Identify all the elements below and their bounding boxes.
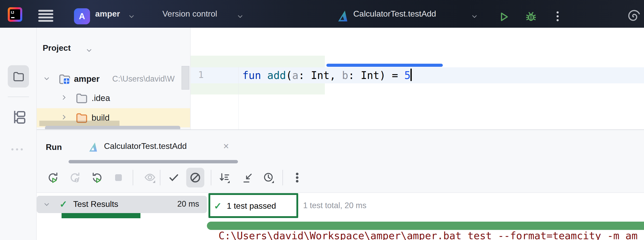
tree-node-name: .idea	[92, 93, 110, 103]
separator	[160, 170, 160, 185]
code-token: :	[348, 69, 361, 81]
project-view-selector[interactable]: Project	[43, 43, 71, 53]
code-token: Int	[311, 69, 330, 81]
project-tool-button[interactable]	[8, 65, 29, 88]
run-panel-title: Run	[46, 142, 62, 152]
show-passed-icon[interactable]	[168, 171, 180, 184]
amper-run-icon	[87, 141, 99, 153]
test-progress-bar	[207, 222, 644, 230]
divider	[8, 97, 29, 97]
chevron-down-icon	[238, 13, 242, 18]
close-icon[interactable]: ✕	[223, 142, 229, 151]
horizontal-scrollbar[interactable]	[45, 126, 180, 129]
test-status-badge: ✓ 1 test passed	[208, 193, 298, 218]
code-token: b	[342, 69, 348, 81]
passed-check-icon: ✓	[214, 201, 222, 212]
ai-swirl-icon[interactable]	[627, 10, 640, 23]
debug-button[interactable]	[525, 10, 537, 23]
ide-window: IJ A amper Version control CalculatorTes…	[0, 0, 644, 240]
code-token: (	[286, 69, 292, 81]
run-tab[interactable]: CalculatorTest.testAdd ✕	[87, 138, 232, 156]
module-folder-icon	[58, 72, 71, 85]
code-token: a	[292, 69, 298, 81]
passed-check-icon: ✓	[59, 199, 67, 210]
more-options-icon[interactable]	[291, 171, 303, 184]
test-summary-text: 1 test total, 20 ms	[303, 201, 366, 210]
console-output-line[interactable]: C:\Users\david\Workspace\amper\amper.bat…	[219, 231, 644, 240]
horizontal-scrollbar-shadow	[39, 121, 119, 126]
test-results-label: Test Results	[73, 199, 118, 209]
amper-run-config-icon	[336, 9, 349, 23]
test-duration: 20 ms	[177, 199, 199, 209]
tool-window-stripe	[0, 28, 36, 240]
test-history-icon[interactable]	[263, 171, 275, 184]
separator	[133, 170, 133, 185]
main-menu-icon[interactable]	[38, 10, 53, 22]
vcs-widget[interactable]: Version control	[162, 0, 217, 28]
tree-node-name: amper	[74, 74, 100, 84]
gutter-divider	[238, 67, 239, 129]
structure-icon	[10, 109, 26, 125]
run-button[interactable]	[497, 10, 510, 23]
stop-icon[interactable]	[112, 171, 125, 184]
chevron-down-icon[interactable]	[44, 75, 49, 80]
chevron-down-icon	[129, 13, 134, 18]
folder-icon	[75, 92, 88, 105]
line-number: 1	[198, 69, 204, 80]
separator	[211, 170, 211, 185]
code-token: add	[267, 69, 286, 81]
rerun-auto-icon[interactable]	[91, 171, 103, 184]
code-token: ,	[330, 69, 342, 81]
code-token: ) =	[379, 69, 404, 81]
project-tool-window: Project amper C:\Users\david\W .idea	[37, 28, 190, 129]
navigate-to-bottom-icon[interactable]	[242, 171, 254, 184]
tree-row-idea[interactable]: .idea	[37, 89, 190, 108]
watch-options-icon[interactable]	[144, 171, 156, 184]
test-status-text: 1 test passed	[227, 201, 276, 211]
main-toolbar: IJ A amper Version control CalculatorTes…	[0, 0, 644, 28]
chevron-right-icon[interactable]	[61, 95, 65, 100]
structure-tool-button[interactable]	[10, 109, 26, 125]
chevron-down-icon	[472, 13, 477, 18]
chevron-down-icon	[87, 47, 91, 52]
code-line[interactable]: fun add(a: Int, b: Int) = 5	[242, 69, 412, 82]
rerun-failed-icon[interactable]	[69, 171, 81, 184]
run-tab-label: CalculatorTest.testAdd	[104, 141, 187, 151]
code-token: :	[298, 69, 311, 81]
highlight-underline	[62, 213, 140, 218]
chevron-down-icon[interactable]	[44, 201, 49, 206]
more-actions-icon[interactable]	[557, 11, 559, 23]
test-results-area: ✓ Test Results 20 ms ✓ 1 test passed 1 t…	[37, 193, 644, 240]
show-ignored-icon	[189, 171, 202, 184]
text-cursor	[410, 69, 412, 81]
folder-icon	[12, 70, 25, 83]
tree-row-amper[interactable]: amper C:\Users\david\W	[37, 69, 190, 89]
active-tab-indicator	[326, 64, 443, 67]
code-token: fun	[242, 69, 267, 81]
show-ignored-toggle[interactable]	[186, 168, 204, 187]
rerun-icon[interactable]	[47, 171, 59, 184]
code-token: Int	[361, 69, 379, 81]
selected-tab-indicator	[69, 160, 238, 163]
project-avatar[interactable]: A	[74, 8, 90, 24]
code-token: 5	[404, 69, 410, 81]
separator	[282, 170, 283, 185]
intellij-logo-icon: IJ	[8, 7, 22, 22]
project-widget[interactable]: amper	[95, 0, 120, 28]
more-tool-windows-icon[interactable]	[11, 148, 13, 150]
run-config-selector[interactable]: CalculatorTest.testAdd	[353, 0, 436, 28]
sort-tests-icon[interactable]	[218, 171, 231, 184]
vertical-scrollbar[interactable]	[182, 66, 189, 90]
test-results-row[interactable]: ✓ Test Results 20 ms	[37, 196, 207, 213]
chevron-right-icon[interactable]	[61, 115, 65, 119]
tree-node-path: C:\Users\david\W	[112, 74, 175, 84]
